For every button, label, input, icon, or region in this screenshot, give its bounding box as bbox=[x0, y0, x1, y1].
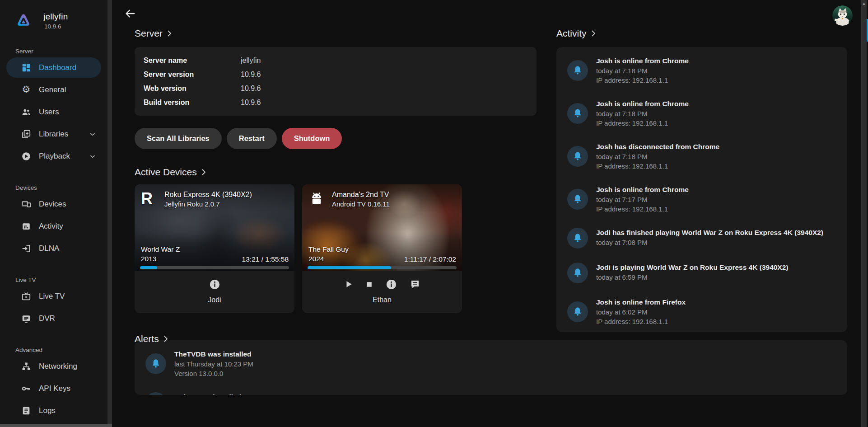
play-button[interactable] bbox=[344, 280, 353, 289]
stop-icon bbox=[365, 281, 373, 288]
bell-icon bbox=[572, 306, 583, 317]
chat-button[interactable] bbox=[410, 279, 420, 290]
bell-icon bbox=[572, 108, 583, 119]
info-button[interactable] bbox=[209, 278, 221, 291]
server-section-link[interactable]: Server bbox=[135, 27, 537, 40]
right-column: Activity Josh is online from Chrometoday… bbox=[556, 0, 847, 332]
device-card-ethan[interactable]: Amanda's 2nd TVAndroid TV 0.16.11The Fal… bbox=[302, 184, 462, 313]
sidebar-item-libraries[interactable]: Libraries bbox=[6, 124, 101, 144]
feed-item-title: Josh is online from Firefox bbox=[596, 297, 686, 307]
feed-item-title: Josh is online from Chrome bbox=[596, 185, 689, 195]
shutdown-button[interactable]: Shutdown bbox=[282, 128, 342, 149]
sidebar-item-live-tv[interactable]: Live TV bbox=[6, 286, 101, 306]
sidebar-section-label: Live TV bbox=[15, 277, 107, 283]
now-playing-backdrop: Amanda's 2nd TVAndroid TV 0.16.11The Fal… bbox=[302, 184, 462, 271]
left-column: Server Server namejellyfinServer version… bbox=[135, 0, 537, 332]
client-version: Android TV 0.16.11 bbox=[332, 199, 390, 209]
feed-item-time: today at 7:17 PM bbox=[596, 195, 689, 204]
sidebar-section-devices: DevicesDevicesActivityDLNA bbox=[0, 184, 107, 258]
play-circle-icon bbox=[21, 151, 32, 162]
feed-item-time: today at 6:02 PM bbox=[596, 307, 686, 317]
scrollbar-up-arrow[interactable]: ▲ bbox=[861, 2, 867, 5]
sidebar-section-label: Advanced bbox=[15, 347, 107, 353]
feed-item-texts: Josh has disconnected from Chrometoday a… bbox=[596, 142, 719, 171]
alerts-link[interactable]: Alerts bbox=[135, 333, 537, 345]
session-user-name: Jodi bbox=[208, 296, 221, 304]
media-year: 2024 bbox=[308, 254, 349, 263]
sidebar-horizontal-scrollbar[interactable] bbox=[0, 424, 112, 427]
feed-item-texts: Josh is online from Chrometoday at 7:18 … bbox=[596, 56, 689, 85]
activity-link[interactable]: Activity bbox=[556, 27, 847, 40]
bell-icon bbox=[572, 267, 583, 278]
feed-item: Josh is online from Chrometoday at 7:18 … bbox=[567, 56, 836, 85]
sidebar-item-logs[interactable]: Logs bbox=[6, 400, 101, 421]
sidebar-section-advanced: AdvancedNetworkingAPI KeysLogs bbox=[0, 347, 107, 421]
sidebar-section-label: Devices bbox=[15, 184, 107, 191]
feed-item-time: today at 7:18 PM bbox=[596, 66, 689, 75]
feed-item-title: Josh has disconnected from Chrome bbox=[596, 142, 719, 152]
stop-button[interactable] bbox=[365, 281, 373, 288]
play-icon bbox=[344, 280, 353, 289]
sidebar-item-dvr[interactable]: DVR bbox=[6, 308, 101, 328]
chevron-down-icon[interactable] bbox=[89, 152, 97, 160]
media-caption: World War Z2013 bbox=[141, 244, 180, 263]
feed-item: Jodi has finished playing World War Z on… bbox=[567, 228, 836, 249]
feed-item-time: today at 7:18 PM bbox=[596, 109, 689, 118]
device-name: Amanda's 2nd TV bbox=[332, 190, 390, 199]
active-device-cards: RRoku Express 4K (3940X2)Jellyfin Roku 2… bbox=[135, 184, 537, 313]
feed-item-texts: TheTVDB was installedlast Thursday at 10… bbox=[174, 349, 253, 378]
roku-icon: R bbox=[141, 190, 159, 208]
activity-chart-icon bbox=[21, 221, 32, 232]
sidebar-item-label: Libraries bbox=[39, 130, 68, 139]
sidebar-item-activity[interactable]: Activity bbox=[6, 216, 101, 236]
app-version: 10.9.6 bbox=[44, 23, 68, 30]
feed-item: Josh is online from Firefoxtoday at 6:02… bbox=[567, 297, 836, 326]
feed-item-ip: IP address: 192.168.1.1 bbox=[596, 75, 689, 85]
info-icon bbox=[385, 278, 397, 291]
sidebar-item-label: Playback bbox=[39, 152, 70, 161]
sidebar-item-label: API Keys bbox=[39, 384, 70, 393]
active-devices-link[interactable]: Active Devices bbox=[135, 166, 537, 178]
server-info-label: Server name bbox=[144, 56, 241, 65]
user-avatar[interactable] bbox=[832, 5, 853, 26]
sidebar-vertical-scrollbar[interactable] bbox=[107, 0, 112, 427]
sidebar-item-users[interactable]: Users bbox=[6, 102, 101, 122]
server-info-row: Server version10.9.6 bbox=[144, 67, 527, 81]
sidebar-item-label: Activity bbox=[39, 222, 63, 231]
users-icon bbox=[21, 107, 32, 117]
sidebar-item-dashboard[interactable]: Dashboard bbox=[6, 57, 101, 78]
restart-button[interactable]: Restart bbox=[227, 128, 277, 149]
sidebar-item-playback[interactable]: Playback bbox=[6, 146, 101, 166]
main-content: Server Server namejellyfinServer version… bbox=[112, 0, 868, 427]
media-title: World War Z bbox=[141, 244, 180, 254]
back-button[interactable] bbox=[124, 8, 136, 20]
active-devices-title: Active Devices bbox=[135, 166, 197, 178]
sidebar-item-dlna[interactable]: DLNA bbox=[6, 238, 101, 258]
sidebar-item-general[interactable]: ⚙General bbox=[6, 80, 101, 100]
device-card-jodi[interactable]: RRoku Express 4K (3940X2)Jellyfin Roku 2… bbox=[135, 184, 294, 313]
chevron-right-icon bbox=[167, 30, 172, 37]
feed-item-detail: Version 13.0.0.0 bbox=[174, 369, 253, 378]
sidebar-item-label: Networking bbox=[39, 362, 77, 371]
chat-icon bbox=[410, 279, 420, 290]
feed-item-texts: AniDB was installed bbox=[174, 392, 241, 395]
sidebar-item-networking[interactable]: Networking bbox=[6, 356, 101, 376]
notification-avatar bbox=[567, 228, 588, 249]
notification-avatar bbox=[567, 146, 588, 167]
page-scrollbar-track[interactable]: ▲ bbox=[861, 0, 867, 427]
app-header: jellyfin 10.9.6 bbox=[15, 12, 107, 30]
sidebar-item-label: Dashboard bbox=[39, 63, 76, 72]
server-info-label: Web version bbox=[144, 84, 241, 93]
chevron-right-icon bbox=[163, 335, 168, 343]
feed-item: AniDB was installed bbox=[145, 392, 836, 395]
sidebar-item-devices[interactable]: Devices bbox=[6, 194, 101, 214]
server-info-label: Server version bbox=[144, 70, 241, 79]
info-button[interactable] bbox=[385, 278, 397, 291]
feed-item-texts: Jodi has finished playing World War Z on… bbox=[596, 228, 823, 249]
chevron-down-icon[interactable] bbox=[89, 130, 97, 138]
playback-progress-fill bbox=[308, 266, 391, 269]
session-user-name: Ethan bbox=[373, 296, 392, 304]
sidebar-item-api-keys[interactable]: API Keys bbox=[6, 378, 101, 399]
playback-time: 1:11:17 / 2:07:02 bbox=[404, 255, 456, 263]
scan-all-libraries-button[interactable]: Scan All Libraries bbox=[135, 128, 222, 149]
